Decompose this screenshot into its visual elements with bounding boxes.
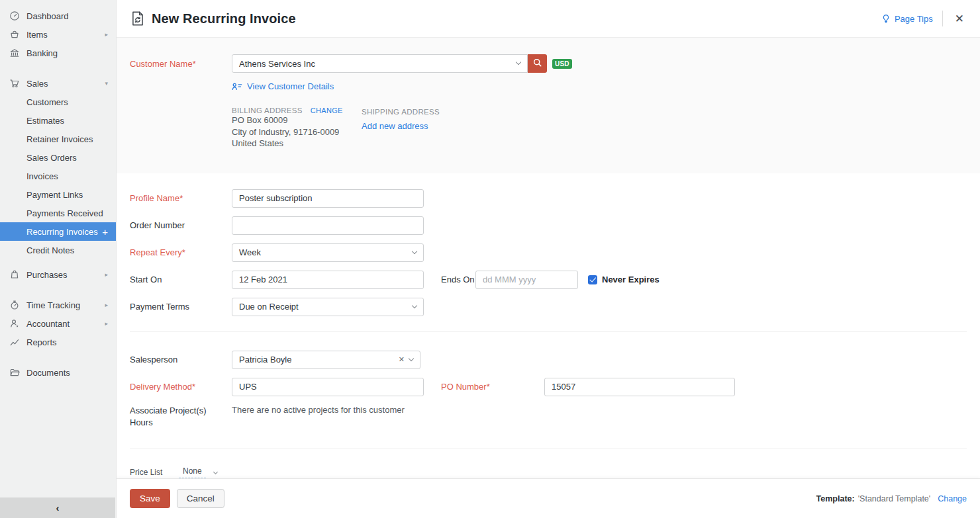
ends-on-input[interactable]: [475, 271, 578, 289]
recurring-document-icon: [130, 11, 146, 26]
customer-name-select[interactable]: Athens Services Inc: [232, 54, 528, 73]
chevron-right-icon: ▸: [105, 31, 108, 38]
associate-projects-row: Associate Project(s) Hours There are no …: [130, 405, 967, 429]
sidebar-item-estimates[interactable]: Estimates: [0, 111, 116, 130]
order-number-input[interactable]: [232, 216, 424, 235]
sidebar-item-label: Dashboard: [26, 11, 69, 21]
sidebar-item-reports[interactable]: Reports: [0, 333, 116, 351]
shipping-address-title: SHIPPING ADDRESS: [362, 108, 440, 116]
cancel-button[interactable]: Cancel: [177, 489, 224, 508]
add-recurring-invoice-button[interactable]: +: [102, 226, 108, 237]
sidebar-collapse-button[interactable]: ‹: [0, 497, 115, 518]
sidebar-item-label: Payment Links: [26, 190, 83, 200]
start-on-label: Start On: [130, 275, 232, 284]
divider: [942, 11, 943, 26]
repeat-every-select[interactable]: Week: [232, 243, 424, 262]
app-window: Dashboard Items ▸ Banking Sales ▾ Custom…: [0, 0, 980, 518]
price-list-row: Price List None: [130, 466, 967, 478]
sidebar-item-customers[interactable]: Customers: [0, 93, 116, 111]
sidebar-item-retainer-invoices[interactable]: Retainer Invoices: [0, 130, 116, 148]
price-list-select[interactable]: None: [179, 466, 206, 478]
template-change-link[interactable]: Change: [938, 494, 967, 503]
header-actions: Page Tips ✕: [881, 11, 967, 26]
page-tips-button[interactable]: Page Tips: [881, 14, 933, 24]
sidebar-item-invoices[interactable]: Invoices: [0, 167, 116, 185]
associate-projects-label: Associate Project(s) Hours: [130, 405, 232, 429]
form-footer: Save Cancel Template: 'Standard Template…: [117, 478, 980, 518]
sidebar-item-label: Sales: [26, 79, 48, 89]
sidebar-item-sales[interactable]: Sales ▾: [0, 74, 116, 93]
customer-name-value: Athens Services Inc: [239, 59, 315, 69]
contact-card-icon: [232, 82, 242, 91]
never-expires-checkbox[interactable]: [588, 275, 597, 284]
currency-badge: USD: [552, 59, 572, 69]
folder-icon: [9, 367, 20, 378]
section-divider: [130, 331, 967, 332]
repeat-every-row: Repeat Every* Week: [130, 243, 967, 262]
sidebar-item-label: Invoices: [26, 171, 58, 181]
dashboard-icon: [9, 11, 20, 21]
price-list-label: Price List: [130, 468, 179, 477]
billing-address-change-link[interactable]: CHANGE: [311, 107, 343, 114]
sidebar-item-credit-notes[interactable]: Credit Notes: [0, 241, 116, 259]
search-icon: [532, 58, 542, 69]
billing-address-line: City of Industry, 91716-0009: [232, 126, 362, 138]
template-label: Template:: [816, 494, 855, 503]
salesperson-select[interactable]: Patricia Boyle ✕: [232, 351, 420, 369]
payment-terms-row: Payment Terms Due on Receipt: [130, 298, 967, 316]
sidebar-item-documents[interactable]: Documents: [0, 363, 116, 382]
sidebar-item-label: Purchases: [26, 270, 67, 280]
po-number-input[interactable]: [544, 378, 735, 396]
clear-icon[interactable]: ✕: [399, 355, 405, 364]
sidebar-item-accountant[interactable]: Accountant ▸: [0, 314, 116, 333]
sidebar-item-payments-received[interactable]: Payments Received: [0, 204, 116, 222]
sidebar-item-recurring-invoices[interactable]: Recurring Invoices +: [0, 222, 116, 241]
sidebar-item-label: Reports: [26, 337, 57, 347]
customer-name-label: Customer Name*: [130, 59, 232, 69]
chevron-down-icon: [412, 302, 417, 308]
ends-on-label: Ends On: [441, 275, 475, 284]
sidebar-item-label: Banking: [26, 48, 58, 58]
person-icon: [9, 318, 20, 329]
delivery-method-input[interactable]: [232, 378, 424, 396]
start-on-input[interactable]: [232, 271, 424, 289]
order-number-label: Order Number: [130, 220, 232, 230]
page-tips-label: Page Tips: [895, 14, 933, 24]
sidebar-item-banking[interactable]: Banking: [0, 44, 116, 62]
sidebar-item-label: Sales Orders: [26, 153, 77, 163]
profile-name-row: Profile Name*: [130, 189, 967, 208]
never-expires-label: Never Expires: [602, 275, 660, 284]
sidebar-item-purchases[interactable]: Purchases ▸: [0, 265, 116, 284]
billing-address-line: PO Box 60009: [232, 114, 362, 126]
chevron-down-icon: [409, 355, 414, 361]
sidebar-item-payment-links[interactable]: Payment Links: [0, 185, 116, 204]
chevron-right-icon: ▸: [105, 302, 108, 308]
invoice-form: Profile Name* Order Number Repeat Every*…: [117, 173, 980, 478]
lightbulb-icon: [881, 14, 891, 23]
profile-name-input[interactable]: [232, 189, 424, 208]
close-icon[interactable]: ✕: [952, 12, 967, 26]
add-new-address-link[interactable]: Add new address: [362, 121, 428, 131]
salesperson-value: Patricia Boyle: [239, 355, 291, 365]
chevron-down-icon: [412, 248, 417, 253]
bank-icon: [9, 48, 20, 58]
customer-search-button[interactable]: [528, 54, 547, 73]
sidebar: Dashboard Items ▸ Banking Sales ▾ Custom…: [0, 0, 117, 518]
chevron-right-icon: ▸: [105, 320, 108, 327]
sidebar-item-dashboard[interactable]: Dashboard: [0, 7, 116, 25]
sidebar-item-sales-orders[interactable]: Sales Orders: [0, 148, 116, 167]
payment-terms-select[interactable]: Due on Receipt: [232, 298, 424, 316]
sidebar-item-time-tracking[interactable]: Time Tracking ▸: [0, 296, 116, 314]
sidebar-item-items[interactable]: Items ▸: [0, 25, 116, 44]
delivery-method-row: Delivery Method* PO Number*: [130, 378, 967, 396]
view-customer-details-link[interactable]: View Customer Details: [232, 81, 334, 91]
save-button[interactable]: Save: [130, 489, 170, 508]
associate-projects-label-line1: Associate Project(s): [130, 406, 207, 415]
sidebar-item-label: Accountant: [26, 319, 70, 329]
cart-icon: [9, 78, 20, 89]
address-block: BILLING ADDRESS CHANGE PO Box 60009 City…: [232, 107, 967, 150]
billing-address-title: BILLING ADDRESS: [232, 107, 303, 114]
billing-address: BILLING ADDRESS CHANGE PO Box 60009 City…: [232, 107, 362, 150]
section-divider: [130, 449, 967, 449]
sidebar-item-label: Time Tracking: [26, 300, 80, 310]
